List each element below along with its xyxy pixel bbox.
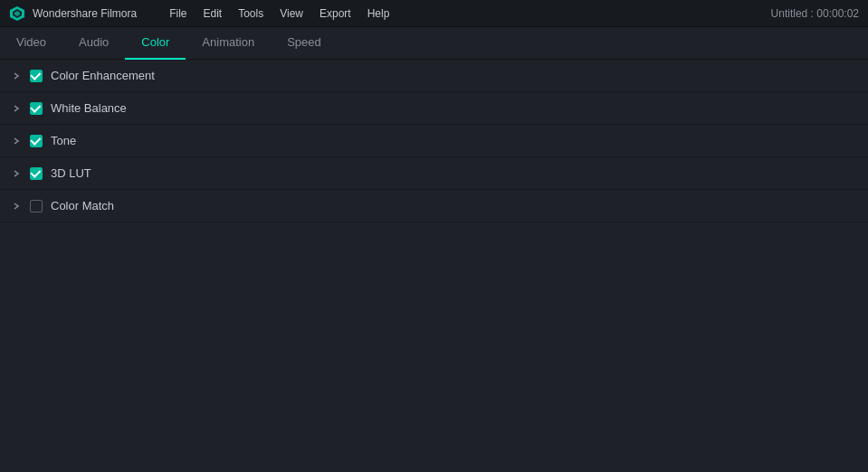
- checkbox-color-enhancement[interactable]: [29, 69, 43, 83]
- checkbox-3d-lut[interactable]: [29, 166, 43, 181]
- title-bar-left: Wondershare Filmora File Edit Tools View…: [9, 4, 396, 24]
- menu-export[interactable]: Export: [312, 4, 358, 24]
- tab-bar: Video Audio Color Animation Speed: [0, 27, 868, 60]
- section-label-3d-lut: 3D LUT: [51, 166, 91, 180]
- checkbox-unchecked-icon: [30, 200, 43, 212]
- title-bar: Wondershare Filmora File Edit Tools View…: [0, 0, 868, 27]
- chevron-right-icon: [12, 169, 21, 178]
- expand-3d-lut[interactable]: [7, 165, 25, 183]
- checkbox-checked-icon: [30, 135, 43, 147]
- checkbox-white-balance[interactable]: [29, 101, 43, 116]
- menu-view[interactable]: View: [272, 4, 310, 24]
- section-tone[interactable]: Tone: [0, 125, 868, 157]
- tab-color[interactable]: Color: [125, 27, 186, 60]
- chevron-right-icon: [12, 137, 21, 146]
- checkbox-color-match[interactable]: [29, 199, 43, 213]
- menu-edit[interactable]: Edit: [196, 4, 230, 24]
- section-color-match[interactable]: Color Match: [0, 190, 868, 222]
- app-logo-icon: [9, 5, 25, 22]
- expand-color-enhancement[interactable]: [7, 67, 25, 85]
- checkbox-checked-icon: [30, 102, 43, 115]
- section-color-enhancement[interactable]: Color Enhancement: [0, 60, 868, 92]
- section-3d-lut[interactable]: 3D LUT: [0, 157, 868, 190]
- section-label-color-enhancement: Color Enhancement: [51, 69, 155, 82]
- expand-white-balance[interactable]: [7, 99, 25, 118]
- menu-help[interactable]: Help: [360, 4, 397, 24]
- chevron-right-icon: [12, 202, 21, 211]
- chevron-right-icon: [12, 104, 21, 113]
- section-label-tone: Tone: [51, 134, 76, 147]
- expand-tone[interactable]: [7, 132, 25, 150]
- tab-animation[interactable]: Animation: [186, 27, 271, 60]
- checkbox-tone[interactable]: [29, 134, 43, 148]
- tab-video[interactable]: Video: [0, 27, 62, 60]
- chevron-right-icon: [12, 71, 21, 80]
- section-white-balance[interactable]: White Balance: [0, 92, 868, 125]
- section-label-white-balance: White Balance: [51, 101, 127, 115]
- tab-audio[interactable]: Audio: [62, 27, 125, 60]
- menu-file[interactable]: File: [162, 4, 194, 24]
- project-title: Untitled : 00:00:02: [771, 7, 859, 20]
- checkbox-checked-icon: [30, 70, 43, 82]
- tab-speed[interactable]: Speed: [271, 27, 338, 60]
- app-name: Wondershare Filmora: [33, 7, 137, 20]
- section-label-color-match: Color Match: [51, 199, 114, 212]
- menu-tools[interactable]: Tools: [231, 4, 271, 24]
- menu-bar: File Edit Tools View Export Help: [162, 4, 396, 24]
- expand-color-match[interactable]: [7, 197, 25, 215]
- checkbox-checked-icon: [30, 167, 43, 180]
- color-panel: Color Enhancement White Balance Tone: [0, 60, 868, 222]
